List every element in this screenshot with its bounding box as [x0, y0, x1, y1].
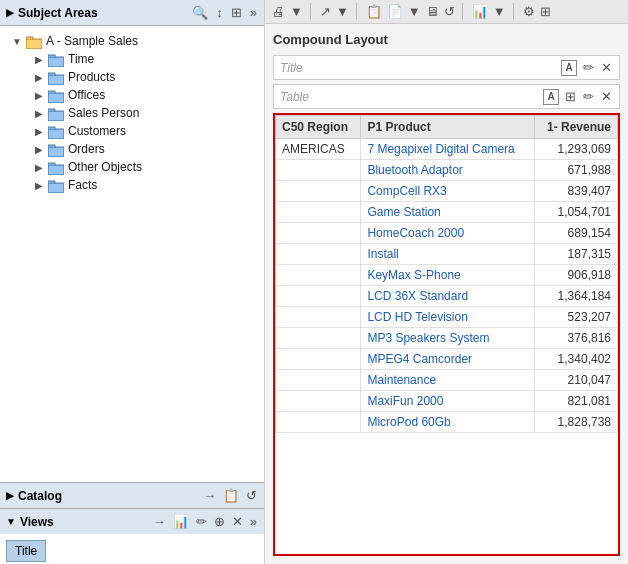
offices-folder-icon: [48, 89, 64, 102]
table-slot-grid-icon[interactable]: ⊞: [564, 88, 577, 105]
cell-product: LCD 36X Standard: [361, 286, 534, 307]
views-chart-icon[interactable]: 📊: [172, 513, 190, 530]
svg-rect-4: [48, 55, 55, 58]
tree-item-customers[interactable]: ▶ Customers: [28, 122, 258, 140]
views-nav-icon[interactable]: →: [152, 513, 167, 530]
toolbar-group-actions: 📋 📄 ▼ 🖥 ↺: [365, 3, 463, 20]
tree-item-offices[interactable]: ▶ Offices: [28, 86, 258, 104]
views-arrow-icon: ▼: [6, 516, 16, 527]
table-scroll-wrapper[interactable]: C50 Region P1 Product 1- Revenue AMERICA…: [275, 115, 618, 554]
tree-item-time[interactable]: ▶ Time: [28, 50, 258, 68]
table-header-row: C50 Region P1 Product 1- Revenue: [276, 116, 618, 139]
svg-rect-10: [48, 91, 55, 94]
products-arrow: ▶: [32, 70, 46, 84]
customers-arrow: ▶: [32, 124, 46, 138]
export-dropdown-icon[interactable]: ▼: [335, 3, 350, 20]
title-slot: Title A ✏ ✕: [273, 55, 620, 80]
right-toolbar: 🖨 ▼ ↗ ▼ 📋 📄 ▼ 🖥 ↺ 📊 ▼ ⚙ ⊞: [265, 0, 628, 24]
table-row: LCD 36X Standard1,364,184: [276, 286, 618, 307]
table-row: Game Station1,054,701: [276, 202, 618, 223]
cell-product: Game Station: [361, 202, 534, 223]
cell-region: [276, 286, 361, 307]
customers-label: Customers: [68, 124, 126, 138]
col-header-region: C50 Region: [276, 116, 361, 139]
catalog-refresh-icon[interactable]: ↺: [245, 487, 258, 504]
print-icon[interactable]: 🖨: [271, 3, 286, 20]
svg-rect-8: [49, 76, 63, 84]
svg-rect-16: [48, 127, 55, 130]
views-header[interactable]: ▼ Views → 📊 ✏ ⊕ ✕ »: [0, 509, 264, 534]
tree-item-facts[interactable]: ▶ Facts: [28, 176, 258, 194]
panel-expand-icon[interactable]: ▶: [6, 7, 14, 18]
views-title-item[interactable]: Title: [6, 540, 46, 562]
views-header-icons: → 📊 ✏ ⊕ ✕ »: [152, 513, 258, 530]
title-slot-close-icon[interactable]: ✕: [600, 59, 613, 76]
svg-rect-26: [49, 184, 63, 192]
cell-revenue: 839,407: [534, 181, 617, 202]
subject-areas-header: ▶ Subject Areas 🔍 ↕ ⊞ »: [0, 0, 264, 26]
table-body: AMERICAS7 Megapixel Digital Camera1,293,…: [276, 139, 618, 433]
table-slot-icons: A ⊞ ✏ ✕: [543, 88, 613, 105]
table-slot-edit-icon[interactable]: ✏: [582, 88, 595, 105]
time-folder-icon: [48, 53, 64, 66]
sort-icon[interactable]: ↕: [215, 4, 224, 21]
tree-item-sales-person[interactable]: ▶ Sales Person: [28, 104, 258, 122]
title-slot-edit-icon[interactable]: ✏: [582, 59, 595, 76]
cell-product: KeyMax S-Phone: [361, 265, 534, 286]
chart-icon[interactable]: 📊: [471, 3, 489, 20]
other-objects-arrow: ▶: [32, 160, 46, 174]
search-icon[interactable]: 🔍: [191, 4, 209, 21]
tree-item-orders[interactable]: ▶ Orders: [28, 140, 258, 158]
cell-product: LCD HD Television: [361, 307, 534, 328]
action3-dropdown-icon[interactable]: ▼: [407, 3, 422, 20]
col-header-revenue: 1- Revenue: [534, 116, 617, 139]
catalog-label: Catalog: [18, 489, 62, 503]
table-slot-label: Table: [280, 90, 309, 104]
misc1-icon[interactable]: ⚙: [522, 3, 536, 20]
table-row: MP3 Speakers System376,816: [276, 328, 618, 349]
svg-rect-5: [49, 58, 63, 66]
tree-item-other-objects[interactable]: ▶ Other Objects: [28, 158, 258, 176]
svg-rect-13: [48, 109, 55, 112]
more-icon[interactable]: »: [249, 4, 258, 21]
table-row: HomeCoach 2000689,154: [276, 223, 618, 244]
views-label: Views: [20, 515, 54, 529]
action2-icon[interactable]: 📄: [386, 3, 404, 20]
views-edit-icon[interactable]: ✏: [195, 513, 208, 530]
catalog-header[interactable]: ▶ Catalog → 📋 ↺: [0, 483, 264, 508]
views-header-left: ▼ Views: [6, 515, 54, 529]
print-dropdown-icon[interactable]: ▼: [289, 3, 304, 20]
tree-area: ▼ A - Sample Sales ▶: [0, 26, 264, 482]
subject-areas-label: Subject Areas: [18, 6, 98, 20]
tree-root-item[interactable]: ▼ A - Sample Sales: [6, 32, 258, 50]
export-icon[interactable]: ↗: [319, 3, 332, 20]
views-move-icon[interactable]: ⊕: [213, 513, 226, 530]
catalog-header-left: ▶ Catalog: [6, 489, 62, 503]
svg-rect-11: [49, 94, 63, 102]
cell-revenue: 376,816: [534, 328, 617, 349]
catalog-add-icon[interactable]: 📋: [222, 487, 240, 504]
catalog-nav-icon[interactable]: →: [202, 487, 217, 504]
svg-rect-19: [48, 145, 55, 148]
refresh-icon[interactable]: ↺: [443, 3, 456, 20]
table-slot-close-icon[interactable]: ✕: [600, 88, 613, 105]
misc2-icon[interactable]: ⊞: [539, 3, 552, 20]
root-expand-arrow: ▼: [10, 34, 24, 48]
table-row: MaxiFun 2000821,081: [276, 391, 618, 412]
chart-dropdown-icon[interactable]: ▼: [492, 3, 507, 20]
expand-all-icon[interactable]: ⊞: [230, 4, 243, 21]
cell-revenue: 1,364,184: [534, 286, 617, 307]
tree-item-products[interactable]: ▶ Products: [28, 68, 258, 86]
cell-region: [276, 412, 361, 433]
cell-product: Install: [361, 244, 534, 265]
views-delete-icon[interactable]: ✕: [231, 513, 244, 530]
views-more-icon[interactable]: »: [249, 513, 258, 530]
action1-icon[interactable]: 📋: [365, 3, 383, 20]
table-slot-a-icon: A: [543, 89, 559, 105]
cell-region: [276, 265, 361, 286]
time-label: Time: [68, 52, 94, 66]
orders-folder-icon: [48, 143, 64, 156]
toolbar-group-print: 🖨 ▼: [271, 3, 311, 20]
sales-person-label: Sales Person: [68, 106, 139, 120]
action4-icon[interactable]: 🖥: [425, 3, 440, 20]
